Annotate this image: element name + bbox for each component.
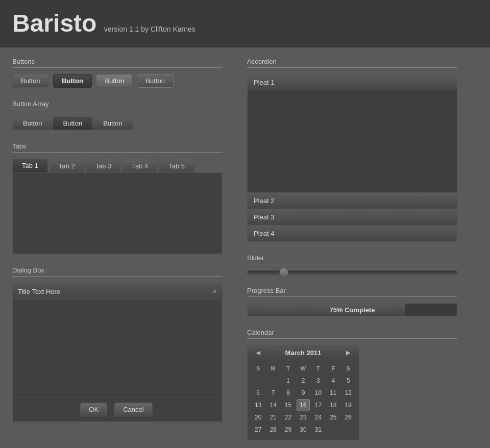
accordion-header-2[interactable]: Pleat 2 [248,193,457,209]
tab-3[interactable]: Tab 3 [86,159,121,172]
tab-2[interactable]: Tab 2 [49,159,85,172]
accordion-section: Accordion Pleat 1 Pleat 2 Pleat 3 Pleat … [247,58,457,242]
tab-1[interactable]: Tab 1 [12,159,48,172]
cal-day-23[interactable]: 23 [297,411,310,424]
cal-day-empty [252,375,265,387]
cal-day-7[interactable]: 7 [266,387,280,399]
accordion-header-3[interactable]: Pleat 3 [248,209,457,225]
calendar-month-year: March 2011 [285,349,322,357]
accordion-header-4[interactable]: Pleat 4 [248,226,457,241]
cal-day-21[interactable]: 21 [266,411,280,424]
cal-day-16-today[interactable]: 16 [297,399,310,411]
cal-day-24[interactable]: 24 [311,411,325,424]
calendar-prev-button[interactable]: ◄ [253,349,264,357]
progress-bar-container: 75% Complete [247,303,457,316]
btn-arr-2[interactable]: Button [53,117,93,130]
cal-day-19[interactable]: 19 [341,399,355,411]
tabs-title: Tabs [12,142,223,153]
cal-header-sat: S [341,362,355,375]
btn-arr-1[interactable]: Button [13,117,53,130]
accordion-pleat-1: Pleat 1 [248,74,457,193]
cal-day-25[interactable]: 25 [327,411,340,424]
cal-header-thu: T [311,362,325,375]
cal-header-fri: F [327,362,340,375]
tab-4[interactable]: Tab 4 [122,159,158,172]
cal-day-18[interactable]: 18 [327,399,340,411]
main-layout: Buttons Button Button Button Button Butt… [0,47,490,448]
cal-header-tue: T [282,362,295,375]
calendar-next-button[interactable]: ► [342,349,354,357]
cal-day-30[interactable]: 30 [297,424,310,436]
accordion-header-1[interactable]: Pleat 1 [248,74,457,90]
cal-day-31[interactable]: 31 [311,424,325,436]
app-title: Baristo [12,10,96,37]
slider-thumb[interactable] [279,268,288,277]
accordion-pleat-3: Pleat 3 [248,209,457,226]
cal-day-1[interactable]: 1 [282,375,295,387]
cal-day-4[interactable]: 4 [327,375,340,387]
slider-title: Slider [247,254,457,264]
button-array-section: Button Array Button Button Button [12,100,223,130]
cal-day-6[interactable]: 6 [252,387,265,399]
cal-day-22[interactable]: 22 [282,411,295,424]
accordion: Pleat 1 Pleat 2 Pleat 3 Pleat 4 [247,74,457,242]
button-outlined[interactable]: Button [137,74,174,88]
cal-day-15[interactable]: 15 [282,399,295,411]
cal-day-8[interactable]: 8 [282,387,295,399]
dialog-title-label: Dialog Box [12,266,223,277]
slider-section: Slider [247,254,457,275]
cal-week-5: 27 28 29 30 31 [251,424,356,436]
cal-day-17[interactable]: 17 [311,399,325,411]
btn-arr-3[interactable]: Button [93,117,133,130]
dialog-box: Title Text Here × OK Cancel [12,283,223,422]
calendar-title: Calendar [247,329,457,339]
dialog-close-button[interactable]: × [213,287,217,295]
dialog-title-text: Title Text Here [18,288,60,295]
header: Baristo version 1.1 by Clifton Karnes [0,0,490,47]
dialog-ok-button[interactable]: OK [80,403,107,416]
button-dark[interactable]: Button [53,74,92,88]
calendar-widget: ◄ March 2011 ► S M T W T F S [247,345,359,440]
buttons-section: Buttons Button Button Button Button [12,58,223,88]
cal-day-29[interactable]: 29 [282,424,295,436]
dialog-cancel-button[interactable]: Cancel [114,403,152,416]
cal-day-11[interactable]: 11 [327,387,340,399]
button-normal[interactable]: Button [12,74,49,88]
cal-week-3: 13 14 15 16 17 18 19 [251,399,356,411]
cal-day-5[interactable]: 5 [341,375,355,387]
cal-week-1: 1 2 3 4 5 [251,375,356,387]
cal-day-9[interactable]: 9 [297,387,310,399]
cal-day-empty [341,424,355,436]
button-array: Button Button Button [12,116,133,130]
cal-day-2[interactable]: 2 [297,375,310,387]
app-version: version 1.1 by Clifton Karnes [104,25,195,33]
cal-day-empty [266,375,280,387]
progress-section: Progress Bar 75% Complete [247,287,457,316]
cal-day-28[interactable]: 28 [266,424,280,436]
left-column: Buttons Button Button Button Button Butt… [0,47,235,448]
tab-content [12,172,223,254]
cal-day-10[interactable]: 10 [311,387,325,399]
cal-day-14[interactable]: 14 [266,399,280,411]
dialog-titlebar: Title Text Here × [13,283,222,300]
progress-title: Progress Bar [247,287,457,297]
cal-day-3[interactable]: 3 [311,375,325,387]
slider-track[interactable] [247,270,457,275]
button-light[interactable]: Button [96,74,133,88]
cal-day-13[interactable]: 13 [252,399,265,411]
accordion-pleat-2: Pleat 2 [248,193,457,209]
buttons-title: Buttons [12,58,223,68]
buttons-row: Button Button Button Button [12,74,223,88]
tabs-section: Tabs Tab 1 Tab 2 Tab 3 Tab 4 Tab 5 [12,142,223,254]
dialog-footer: OK Cancel [13,397,222,421]
accordion-title: Accordion [247,58,457,68]
cal-header-wed: W [297,362,310,375]
cal-day-26[interactable]: 26 [341,411,355,424]
cal-day-27[interactable]: 27 [252,424,265,436]
cal-day-12[interactable]: 12 [341,387,355,399]
cal-day-20[interactable]: 20 [252,411,265,424]
button-array-title: Button Array [12,100,223,110]
tabs-header: Tab 1 Tab 2 Tab 3 Tab 4 Tab 5 [12,159,223,172]
accordion-body-1 [248,90,457,192]
tab-5[interactable]: Tab 5 [159,159,194,172]
